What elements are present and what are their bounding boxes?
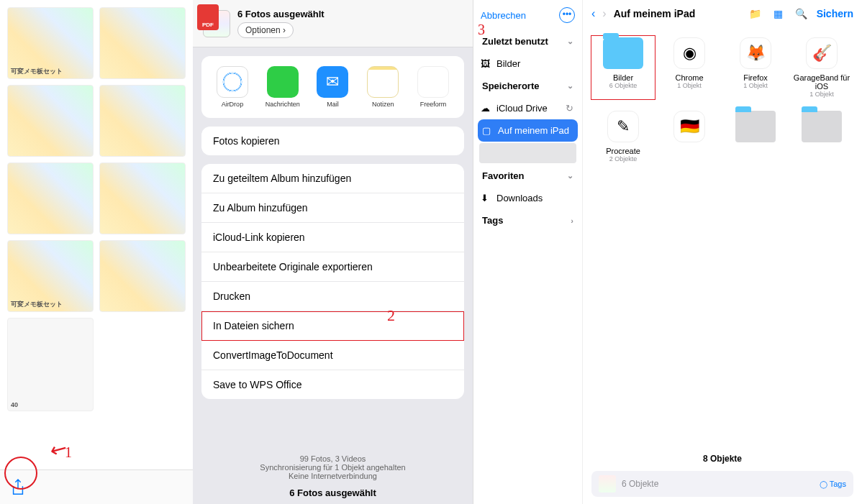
- sidebar-section[interactable]: Zuletzt benutzt⌄: [473, 30, 582, 52]
- annotation-3: 3: [478, 22, 485, 38]
- sidebar-item[interactable]: ⬇︎Downloads: [473, 187, 582, 209]
- annotation-1: 1: [65, 444, 72, 461]
- file-item[interactable]: [725, 111, 786, 162]
- photo-thumb[interactable]: [7, 162, 94, 234]
- more-button[interactable]: •••: [559, 7, 575, 23]
- share-title: 6 Fotos ausgewählt: [237, 9, 325, 19]
- annotation-2: 2: [387, 306, 395, 325]
- back-button[interactable]: ‹: [591, 7, 595, 20]
- photo-thumb[interactable]: 40: [7, 318, 94, 411]
- share-action[interactable]: Fotos kopieren: [201, 127, 464, 155]
- share-app-freeform[interactable]: Freeform: [412, 66, 455, 108]
- file-item[interactable]: 🎸GarageBand für iOS1 Objekt: [791, 37, 852, 98]
- forward-button: ›: [602, 7, 606, 20]
- photo-thumb[interactable]: 可変メモ板セット: [7, 7, 94, 79]
- location-title: Auf meinem iPad: [614, 8, 740, 19]
- photo-thumb[interactable]: [99, 7, 186, 79]
- sidebar-item[interactable]: 🖼Bilder: [473, 52, 582, 75]
- share-sheet: PDF 6 Fotos ausgewählt Optionen AirDropN…: [193, 0, 473, 504]
- share-action[interactable]: iCloud-Link kopieren: [201, 223, 464, 252]
- share-action[interactable]: Drucken: [201, 282, 464, 311]
- share-header: 6 Fotos ausgewählt Optionen: [193, 0, 473, 47]
- files-browser: ‹ › Auf meinem iPad 📁 ▦ 🔍 Sichern Bilder…: [582, 0, 862, 504]
- photo-thumb[interactable]: [99, 162, 186, 234]
- sidebar-section[interactable]: Tags›: [473, 209, 582, 232]
- search-icon[interactable]: 🔍: [794, 8, 809, 19]
- toolbar: [0, 469, 193, 504]
- share-footer: 99 Fotos, 3 Videos Synchronisierung für …: [193, 449, 473, 504]
- object-count: 8 Objekte: [583, 454, 862, 464]
- photo-grid: 可変メモ板セット可変メモ板セット40: [0, 0, 193, 418]
- share-app-notes[interactable]: Notizen: [361, 66, 404, 108]
- pdf-badge: PDF: [197, 4, 219, 30]
- file-item[interactable]: ◉Chrome1 Objekt: [659, 37, 720, 98]
- share-actions-group-1: Fotos kopieren: [201, 127, 464, 155]
- photo-thumb[interactable]: [99, 85, 186, 157]
- share-action[interactable]: In Dateien sichern: [201, 311, 464, 341]
- sidebar-item[interactable]: ☁︎iCloud Drive ↻: [473, 97, 582, 119]
- share-action[interactable]: Save to WPS Office: [201, 370, 464, 399]
- footer-count: 99 Fotos, 3 Videos: [199, 454, 467, 463]
- share-action[interactable]: Unbearbeitete Originale exportieren: [201, 252, 464, 282]
- view-grid-icon[interactable]: ▦: [771, 8, 786, 19]
- photo-thumb[interactable]: [99, 240, 186, 312]
- files-sidebar: Abbrechen ••• 3 Zuletzt benutzt⌄🖼BilderS…: [473, 0, 582, 504]
- file-item[interactable]: Bilder6 Objekte: [593, 37, 653, 98]
- sidebar-section[interactable]: Favoriten⌄: [473, 165, 582, 187]
- share-options-button[interactable]: Optionen: [237, 22, 294, 38]
- photo-thumb[interactable]: 可変メモ板セット: [7, 240, 94, 312]
- sidebar-item[interactable]: ▢Auf meinem iPad: [478, 119, 578, 142]
- save-button[interactable]: Sichern: [817, 8, 853, 19]
- share-app-mail[interactable]: ✉︎Mail: [311, 66, 354, 108]
- sidebar-section[interactable]: Speicherorte⌄: [473, 75, 582, 97]
- share-icon[interactable]: [10, 478, 26, 497]
- share-app-airdrop[interactable]: AirDrop: [211, 66, 254, 108]
- share-app-msg[interactable]: Nachrichten: [261, 66, 304, 108]
- share-action[interactable]: ConvertImageToDocument: [201, 341, 464, 370]
- new-folder-icon[interactable]: 📁: [748, 8, 763, 19]
- file-item[interactable]: ✎Procreate2 Objekte: [593, 111, 653, 162]
- footer-selected: 6 Fotos ausgewählt: [199, 487, 467, 498]
- file-item[interactable]: 🇩🇪: [659, 111, 720, 162]
- share-action[interactable]: Zu Album hinzufügen: [201, 193, 464, 223]
- footer-count: 6 Objekte: [622, 479, 814, 489]
- file-item[interactable]: [791, 111, 852, 162]
- share-action[interactable]: Zu geteiltem Album hinzufügen: [201, 164, 464, 193]
- file-item[interactable]: 🦊Firefox1 Objekt: [725, 37, 786, 98]
- files-grid: Bilder6 Objekte◉Chrome1 Objekt🦊Firefox1 …: [583, 27, 862, 173]
- cancel-button[interactable]: Abbrechen: [481, 10, 526, 21]
- tags-button[interactable]: Tags: [820, 480, 846, 488]
- footer-net: Keine Internetverbindung: [199, 472, 467, 480]
- footer-thumb: [599, 475, 616, 492]
- photos-panel: 可変メモ板セット可変メモ板セット40 ↙ 1: [0, 0, 193, 504]
- save-footer: 6 Objekte Tags: [591, 471, 853, 497]
- footer-sync: Synchronisierung für 1 Objekt angehalten: [199, 463, 467, 472]
- share-apps-row: AirDropNachrichten✉︎MailNotizenFreeform: [201, 56, 464, 118]
- photo-thumb[interactable]: [7, 85, 94, 157]
- share-actions-group-2: Zu geteiltem Album hinzufügenZu Album hi…: [201, 164, 464, 399]
